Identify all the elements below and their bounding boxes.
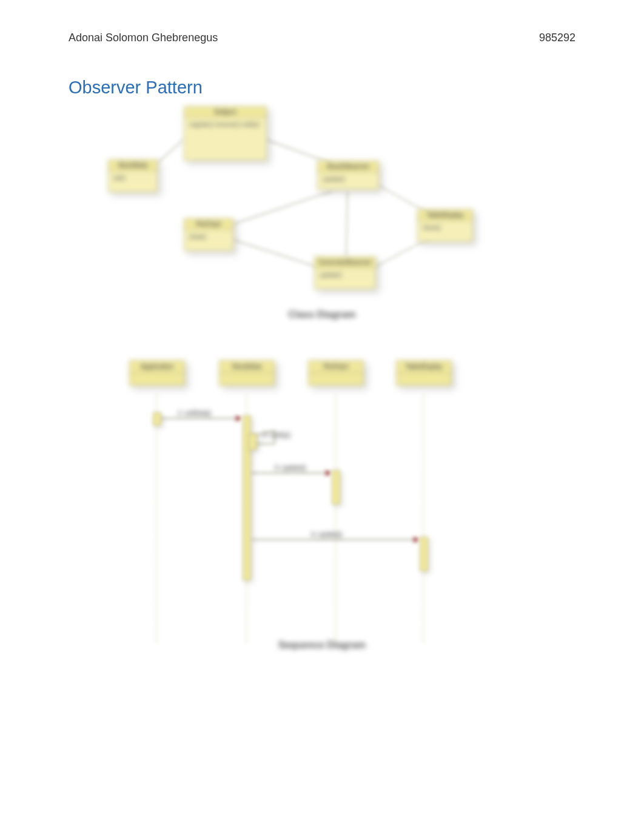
seq-msg-3: 3: update() bbox=[275, 464, 306, 471]
svg-line-5 bbox=[232, 240, 317, 267]
arrow-head-icon bbox=[414, 537, 420, 543]
page-title: Observer Pattern bbox=[69, 78, 203, 98]
seq-msg-2: 2: notify() bbox=[263, 432, 290, 438]
page-header: Adonai Solomon Ghebrenegus 985292 bbox=[69, 32, 575, 44]
uml-class-body: draw() bbox=[184, 230, 233, 250]
svg-line-2 bbox=[232, 191, 332, 224]
svg-line-3 bbox=[346, 191, 347, 257]
uml-class-stock-observer: StockObserver update() bbox=[317, 161, 379, 190]
uml-class-name: StockObserver bbox=[318, 161, 378, 172]
uml-class-concrete-observer: ConcreteObserver update() bbox=[314, 257, 376, 289]
seq-msg-4: 4: update() bbox=[311, 531, 342, 538]
uml-class-name: StockData bbox=[109, 160, 157, 171]
arrow-head-icon bbox=[236, 415, 242, 421]
uml-class-body: show() bbox=[418, 221, 472, 241]
uml-class-subject: Subject register() remove() notify() bbox=[184, 106, 267, 161]
uml-class-concrete-subject: StockData set() bbox=[108, 159, 158, 192]
sequence-diagram-caption: Sequence Diagram bbox=[69, 640, 575, 651]
author-id: 985292 bbox=[539, 32, 575, 44]
document-page: Adonai Solomon Ghebrenegus 985292 Observ… bbox=[0, 0, 644, 835]
seq-activation bbox=[249, 434, 257, 450]
seq-activation bbox=[332, 470, 340, 505]
sequence-diagram: Application StockData PieChart TableDisp… bbox=[69, 352, 575, 661]
arrow-head-icon bbox=[326, 470, 332, 476]
class-diagram-caption: Class Diagram bbox=[69, 309, 575, 320]
uml-class-table-display: TableDisplay show() bbox=[417, 209, 473, 242]
seq-activation bbox=[420, 537, 428, 571]
svg-line-0 bbox=[156, 139, 184, 164]
class-diagram-connectors bbox=[69, 106, 575, 337]
uml-class-name: Subject bbox=[184, 107, 266, 118]
uml-class-piechart: PieChart draw() bbox=[184, 218, 233, 251]
uml-class-body: register() remove() notify() bbox=[184, 118, 266, 160]
author-name: Adonai Solomon Ghebrenegus bbox=[69, 32, 218, 44]
seq-arrows bbox=[69, 352, 575, 661]
class-diagram: Subject register() remove() notify() Sto… bbox=[69, 106, 575, 337]
uml-class-body: update() bbox=[318, 172, 378, 189]
svg-line-1 bbox=[266, 139, 332, 164]
uml-class-body: set() bbox=[109, 171, 157, 192]
uml-class-body: update() bbox=[315, 268, 375, 289]
uml-class-name: PieChart bbox=[184, 219, 233, 230]
seq-msg-1: 1: setData() bbox=[178, 410, 210, 417]
uml-class-name: TableDisplay bbox=[418, 210, 472, 221]
uml-class-name: ConcreteObserver bbox=[315, 257, 375, 268]
seq-activation bbox=[153, 412, 161, 426]
